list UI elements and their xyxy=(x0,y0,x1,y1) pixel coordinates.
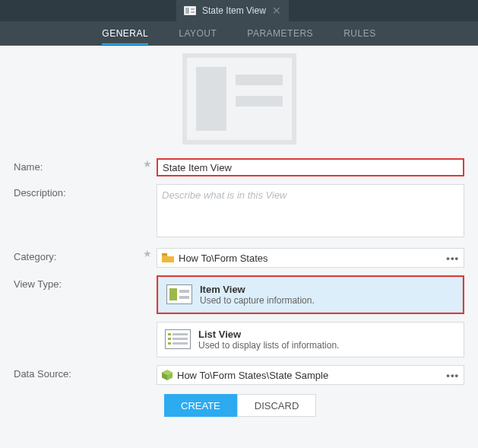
viewtype-label: View Type: xyxy=(14,275,143,290)
svg-rect-14 xyxy=(168,342,171,345)
svg-rect-10 xyxy=(168,333,171,335)
ellipsis-icon[interactable]: ••• xyxy=(446,370,459,381)
viewtype-option-list[interactable]: List View Used to display lists of infor… xyxy=(157,322,464,357)
category-label: Category: xyxy=(14,248,143,262)
datasource-label: Data Source: xyxy=(14,365,143,380)
tab-general[interactable]: GENERAL xyxy=(102,22,148,45)
view-doc-icon xyxy=(184,6,196,15)
ellipsis-icon[interactable]: ••• xyxy=(446,253,459,264)
viewtype-list-desc: Used to display lists of information. xyxy=(198,340,339,351)
viewtype-item-title: Item View xyxy=(200,284,315,295)
viewtype-option-item[interactable]: Item View Used to capture information. xyxy=(158,277,463,313)
svg-rect-8 xyxy=(179,296,189,299)
required-star-icon: ★ xyxy=(143,248,152,259)
section-nav: GENERAL LAYOUT PARAMETERS RULES xyxy=(0,21,478,46)
list-view-icon xyxy=(165,329,191,350)
create-button[interactable]: CREATE xyxy=(164,394,237,417)
svg-rect-15 xyxy=(173,342,188,345)
viewtype-selected-wrap: Item View Used to capture information. xyxy=(157,275,464,314)
datasource-picker[interactable]: How To\Form States\State Sample ••• xyxy=(157,365,464,385)
svg-rect-4 xyxy=(162,253,167,256)
svg-rect-11 xyxy=(173,333,188,335)
svg-rect-12 xyxy=(168,338,171,340)
folder-icon xyxy=(162,253,174,262)
svg-rect-1 xyxy=(185,8,189,14)
document-tab-bar: State Item View ✕ xyxy=(0,0,478,21)
view-preview xyxy=(182,53,296,145)
discard-button[interactable]: DISCARD xyxy=(237,394,317,417)
name-input[interactable] xyxy=(157,158,464,176)
datasource-value: How To\Form States\State Sample xyxy=(177,370,328,381)
document-tab[interactable]: State Item View ✕ xyxy=(176,0,289,21)
tab-layout[interactable]: LAYOUT xyxy=(179,22,217,45)
viewtype-list-title: List View xyxy=(198,329,339,340)
category-picker[interactable]: How To\Form States ••• xyxy=(157,248,464,268)
svg-rect-6 xyxy=(169,288,177,300)
close-icon[interactable]: ✕ xyxy=(272,5,281,17)
description-label: Description: xyxy=(14,184,143,199)
smartobject-icon xyxy=(162,370,173,380)
tab-rules[interactable]: RULES xyxy=(343,22,376,45)
required-star-icon: ★ xyxy=(143,158,152,170)
svg-rect-3 xyxy=(191,11,195,13)
tab-parameters[interactable]: PARAMETERS xyxy=(247,22,313,45)
description-input[interactable] xyxy=(157,184,464,237)
document-tab-title: State Item View xyxy=(202,5,266,16)
name-label: Name: xyxy=(14,158,143,173)
viewtype-item-desc: Used to capture information. xyxy=(200,295,315,306)
item-view-icon xyxy=(166,284,192,305)
svg-rect-13 xyxy=(173,338,188,340)
category-value: How To\Form States xyxy=(179,253,268,264)
svg-rect-7 xyxy=(179,290,189,293)
svg-rect-2 xyxy=(191,8,195,10)
